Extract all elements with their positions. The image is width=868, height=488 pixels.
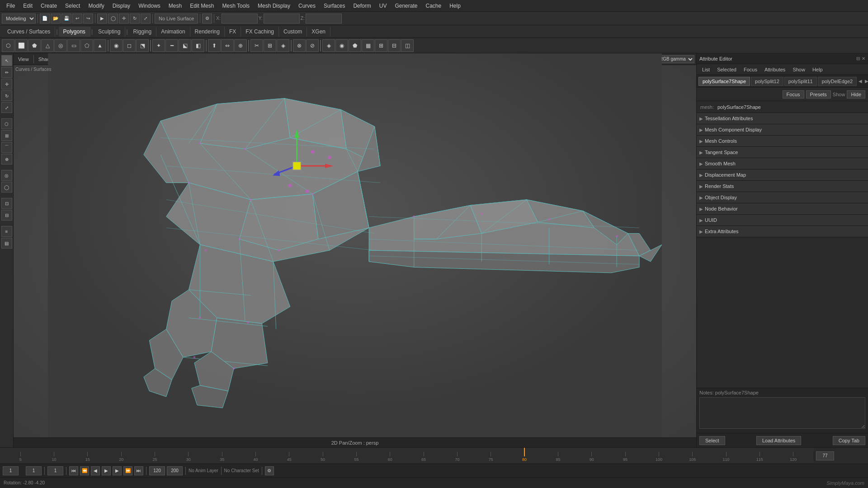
scale-tool[interactable]: ⤢ [141,14,151,23]
section-object-display-header[interactable]: ▶ Object Display [697,192,868,203]
menu-create[interactable]: Create [37,2,61,10]
tab-xgen[interactable]: XGen [307,27,330,37]
cone-icon-btn[interactable]: △ [41,39,54,52]
timeline-ruler[interactable]: 5 10 15 20 25 30 35 40 45 50 55 60 65 70… [0,448,814,464]
insert-loop-btn[interactable]: ⊞ [264,39,276,52]
section-mesh-component-header[interactable]: ▶ Mesh Component Display [697,124,868,135]
cube-icon-btn[interactable]: ⬜ [15,39,28,52]
select-tool[interactable]: ▶ [97,14,107,23]
render-settings-btn[interactable]: ⚙ [202,14,212,23]
menu-windows[interactable]: Windows [135,2,164,10]
xray-mode[interactable]: ◯ [1,182,12,192]
go-end-btn[interactable]: ⏭ [134,466,143,475]
frame-sel[interactable]: ⊟ [1,210,12,221]
select-tool-left[interactable]: ↖ [1,55,12,66]
tab-animation[interactable]: Animation [156,27,190,37]
rotate-tool[interactable]: ↻ [130,14,140,23]
go-start-btn[interactable]: ⏮ [69,466,78,475]
tab-rigging[interactable]: Rigging [129,27,157,37]
tab-fx[interactable]: FX [225,27,241,37]
snap-point[interactable]: ⊕ [1,154,12,164]
y-field[interactable] [264,14,300,23]
section-extra-attr-header[interactable]: ▶ Extra Attributes [697,226,868,237]
display-mode-2[interactable]: ◉ [335,39,348,52]
undo-btn[interactable]: ↩ [72,14,82,23]
section-node-behavior-header[interactable]: ▶ Node Behavior [697,203,868,214]
display-mode-5[interactable]: ⊞ [375,39,387,52]
section-tessellation-header[interactable]: ▶ Tessellation Attributes [697,113,868,124]
tab-custom[interactable]: Custom [279,27,307,37]
move-tool-left[interactable]: ✛ [1,79,12,89]
new-scene-btn[interactable]: 📄 [40,14,50,23]
render-layer[interactable]: ▤ [1,238,12,249]
attr-tab-help[interactable]: Help [809,66,826,73]
attr-float-icon[interactable]: ⊟ [856,56,860,61]
load-attributes-btn[interactable]: Load Attributes [756,436,801,445]
menu-edit[interactable]: Edit [19,2,36,10]
attr-tab-show[interactable]: Show [789,66,809,73]
select-uv-btn[interactable]: ◧ [192,39,204,52]
menu-file[interactable]: File [3,2,19,10]
menu-curves[interactable]: Curves [295,2,319,10]
menu-mesh-display[interactable]: Mesh Display [254,2,294,10]
node-tab-0[interactable]: polySurface7Shape [698,77,750,86]
view-cube[interactable]: ⬡ [1,118,12,129]
menu-generate[interactable]: Generate [391,2,421,10]
notes-textarea[interactable] [699,397,865,429]
attr-tab-attributes[interactable]: Attributes [761,66,789,73]
node-tab-2[interactable]: polySplit11 [784,77,817,86]
combine-btn[interactable]: ⊗ [293,39,306,52]
presets-btn[interactable]: Presets [806,90,831,99]
nurbs-cyl-btn[interactable]: ⬔ [136,39,149,52]
separate-btn[interactable]: ⊘ [306,39,319,52]
range-end-input[interactable]: 200 [167,466,183,475]
prism-icon-btn[interactable]: ⬠ [80,39,93,52]
tab-curves-surfaces[interactable]: Curves / Surfaces [3,27,55,37]
tab-sculpting[interactable]: Sculpting [94,27,125,37]
menu-deform[interactable]: Deform [349,2,374,10]
multi-cut-btn[interactable]: ✂ [250,39,263,52]
hide-btn[interactable]: Hide [847,90,865,99]
play-btn[interactable]: ▶ [102,466,111,475]
menu-surfaces[interactable]: Surfaces [320,2,349,10]
frame-all[interactable]: ⊡ [1,198,12,209]
move-tool[interactable]: ✛ [119,14,129,23]
select-btn[interactable]: Select [699,436,725,445]
node-tab-right-arrow[interactable]: ▶ [864,79,868,84]
paint-tool-left[interactable]: ✏ [1,67,12,78]
next-frame-btn[interactable]: ▶ [113,466,122,475]
scale-tool-left[interactable]: ⤢ [1,102,12,113]
x-field[interactable] [222,14,258,23]
node-tab-1[interactable]: polySplit12 [751,77,783,86]
prev-key-btn[interactable]: ⏪ [80,466,89,475]
save-scene-btn[interactable]: 💾 [61,14,71,23]
mode-selector[interactable]: Modeling [2,14,36,23]
sphere-icon-btn[interactable]: ⬡ [2,39,14,52]
section-displacement-map-header[interactable]: ▶ Displacement Map [697,169,868,180]
redo-btn[interactable]: ↪ [83,14,93,23]
section-smooth-mesh-header[interactable]: ▶ Smooth Mesh [697,158,868,169]
extrude-btn[interactable]: ⬆ [208,39,221,52]
focus-btn[interactable]: Focus [783,90,804,99]
menu-help[interactable]: Help [446,2,464,10]
attr-tab-list[interactable]: List [698,66,713,73]
nurbs-sphere-btn[interactable]: ◉ [110,39,123,52]
end-frame-input[interactable]: 120 [149,466,165,475]
tab-rendering[interactable]: Rendering [190,27,225,37]
attr-tab-focus[interactable]: Focus [740,66,761,73]
menu-select[interactable]: Select [61,2,84,10]
display-mode-4[interactable]: ▦ [362,39,374,52]
attr-tab-selected[interactable]: Selected [713,66,740,73]
copy-tab-btn[interactable]: Copy Tab [833,436,865,445]
playback-frame-2[interactable]: 1 [26,466,42,475]
display-mode-3[interactable]: ⬟ [349,39,361,52]
rotate-tool-left[interactable]: ↻ [1,90,12,101]
menu-cache[interactable]: Cache [422,2,445,10]
snap-grid[interactable]: ⊞ [1,130,12,141]
prev-frame-btn[interactable]: ◀ [91,466,100,475]
current-frame-input[interactable]: 77 [816,451,834,460]
anim-settings-btn[interactable]: ⚙ [265,466,274,475]
select-face-btn[interactable]: ⬕ [179,39,191,52]
node-tab-left-arrow[interactable]: ◀ [858,79,863,84]
menu-uv[interactable]: UV [376,2,391,10]
